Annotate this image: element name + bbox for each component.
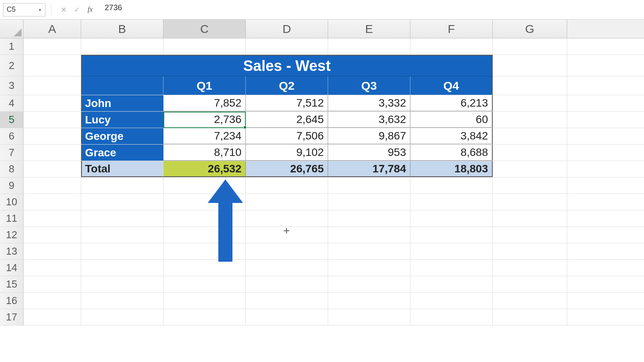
cell-A13[interactable]: [24, 243, 81, 259]
cell-E6[interactable]: 9,867: [328, 128, 410, 144]
cell-A8[interactable]: [24, 161, 81, 177]
cell-G13[interactable]: [493, 243, 567, 259]
cell-D16[interactable]: [246, 293, 328, 309]
cell-E4[interactable]: 3,332: [328, 95, 410, 111]
cell-D9[interactable]: [246, 177, 328, 194]
col-header-E[interactable]: E: [328, 20, 410, 38]
cell-F16[interactable]: [410, 293, 493, 309]
check-icon[interactable]: ✓: [70, 3, 83, 16]
cell-B7[interactable]: Grace: [81, 145, 163, 161]
col-header-C[interactable]: C: [163, 20, 246, 38]
cell-F14[interactable]: [410, 260, 493, 276]
row-header-14[interactable]: 14: [0, 260, 24, 276]
cell-C9[interactable]: [163, 177, 246, 194]
cell-A14[interactable]: [24, 260, 81, 276]
cancel-icon[interactable]: ✕: [57, 3, 70, 16]
cell-G17[interactable]: [493, 309, 567, 325]
cell-A6[interactable]: [24, 128, 81, 144]
row-header-11[interactable]: 11: [0, 210, 24, 226]
cell-A7[interactable]: [24, 145, 81, 161]
cell-F12[interactable]: [410, 227, 493, 243]
cell-B6[interactable]: George: [81, 128, 163, 144]
row-header-9[interactable]: 9: [0, 177, 24, 194]
cell-B12[interactable]: [81, 227, 163, 243]
cell-B17[interactable]: [81, 309, 163, 325]
row-header-3[interactable]: 3: [0, 76, 24, 95]
cell-B5[interactable]: Lucy: [81, 112, 163, 128]
cell-G6[interactable]: [493, 128, 567, 144]
cell-G5[interactable]: [493, 112, 567, 128]
row-header-15[interactable]: 15: [0, 276, 24, 292]
cell-F10[interactable]: [410, 194, 493, 210]
cell-G9[interactable]: [493, 177, 567, 194]
cell-E5[interactable]: 3,632: [328, 112, 410, 128]
cell-D11[interactable]: [246, 210, 328, 226]
col-header-F[interactable]: F: [410, 20, 493, 38]
cell-G1[interactable]: [493, 38, 567, 54]
cell-D5[interactable]: 2,645: [246, 112, 328, 128]
chevron-down-icon[interactable]: ▼: [38, 8, 42, 12]
cell-B15[interactable]: [81, 276, 163, 292]
cell-G4[interactable]: [493, 95, 567, 111]
cell-C8[interactable]: 26,532: [163, 161, 246, 177]
cell-F7[interactable]: 8,688: [410, 145, 493, 161]
cell-B14[interactable]: [81, 260, 163, 276]
cell-F9[interactable]: [410, 177, 493, 194]
cell-C10[interactable]: [163, 194, 246, 210]
cell-D3[interactable]: Q2: [246, 76, 328, 95]
cell-G14[interactable]: [493, 260, 567, 276]
cell-F6[interactable]: 3,842: [410, 128, 493, 144]
cell-F17[interactable]: [410, 309, 493, 325]
cell-D14[interactable]: [246, 260, 328, 276]
cell-C12[interactable]: [163, 227, 246, 243]
cell-E9[interactable]: [328, 177, 410, 194]
cell-B4[interactable]: John: [81, 95, 163, 111]
cell-F15[interactable]: [410, 276, 493, 292]
cell-E14[interactable]: [328, 260, 410, 276]
row-header-10[interactable]: 10: [0, 194, 24, 210]
cell-C7[interactable]: 8,710: [163, 145, 246, 161]
cell-G3[interactable]: [493, 76, 567, 95]
cell-G2[interactable]: [493, 55, 567, 76]
cell-G15[interactable]: [493, 276, 567, 292]
cell-A16[interactable]: [24, 293, 81, 309]
cell-G12[interactable]: [493, 227, 567, 243]
row-header-16[interactable]: 16: [0, 293, 24, 309]
cell-F1[interactable]: [410, 38, 493, 54]
cell-D6[interactable]: 7,506: [246, 128, 328, 144]
formula-input[interactable]: 2736: [97, 3, 641, 16]
cell-B10[interactable]: [81, 194, 163, 210]
cell-A2[interactable]: [24, 55, 81, 76]
cell-F5[interactable]: 60: [410, 112, 493, 128]
row-header-1[interactable]: 1: [0, 38, 24, 54]
cell-A4[interactable]: [24, 95, 81, 111]
row-header-12[interactable]: 12: [0, 227, 24, 243]
cell-G7[interactable]: [493, 145, 567, 161]
cell-E17[interactable]: [328, 309, 410, 325]
cell-A15[interactable]: [24, 276, 81, 292]
cell-A9[interactable]: [24, 177, 81, 194]
cell-A17[interactable]: [24, 309, 81, 325]
col-header-D[interactable]: D: [246, 20, 328, 38]
cell-C5[interactable]: 2,736: [163, 112, 246, 128]
fx-icon[interactable]: fx: [83, 3, 97, 16]
cell-D17[interactable]: [246, 309, 328, 325]
cell-A10[interactable]: [24, 194, 81, 210]
col-header-A[interactable]: A: [24, 20, 81, 38]
cell-D8[interactable]: 26,765: [246, 161, 328, 177]
cell-C1[interactable]: [163, 38, 246, 54]
cell-C15[interactable]: [163, 276, 246, 292]
cell-B1[interactable]: [81, 38, 163, 54]
row-header-4[interactable]: 4: [0, 95, 24, 111]
cell-D13[interactable]: [246, 243, 328, 259]
cell-E8[interactable]: 17,784: [328, 161, 410, 177]
cell-B13[interactable]: [81, 243, 163, 259]
cell-E1[interactable]: [328, 38, 410, 54]
cell-A11[interactable]: [24, 210, 81, 226]
col-header-B[interactable]: B: [81, 20, 163, 38]
cell-D10[interactable]: [246, 194, 328, 210]
cell-C14[interactable]: [163, 260, 246, 276]
cell-A12[interactable]: [24, 227, 81, 243]
cell-F3[interactable]: Q4: [410, 76, 493, 95]
cell-G10[interactable]: [493, 194, 567, 210]
